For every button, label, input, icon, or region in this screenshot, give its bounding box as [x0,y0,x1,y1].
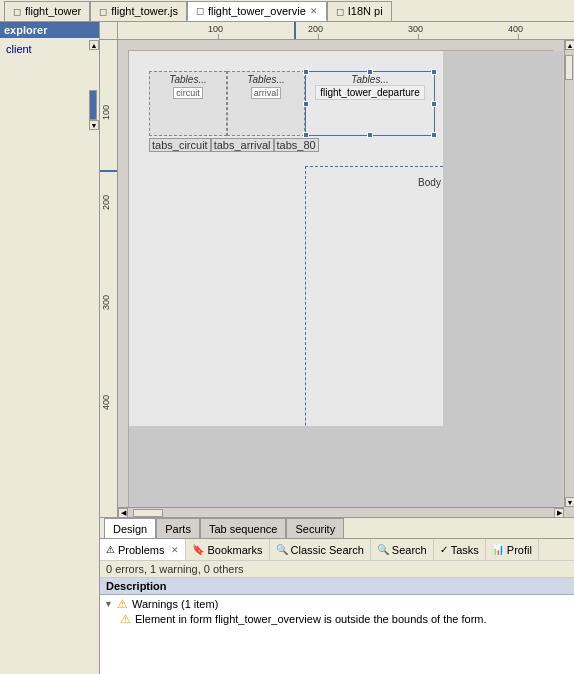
table-label-1: Tables... [169,74,206,85]
table-cell-departure[interactable]: Tables... flight_tower_departure [305,71,435,136]
prob-tab-search[interactable]: 🔍 Search [371,539,434,560]
tab-sequence-label: Tab sequence [209,523,278,535]
table-sub-circuit: circuit [173,87,203,99]
warning-item-text: Element in form flight_tower_overview is… [135,613,487,625]
selection-handle-br[interactable] [431,132,437,138]
tabs-row: tabs_circuit tabs_arrival tabs_80 [149,138,319,152]
file-icon: ◻ [99,6,107,17]
prob-tab-label: Classic Search [291,544,364,556]
tab-label: flight_tower_overvie [208,5,306,17]
scroll-down-arrow[interactable]: ▼ [89,120,99,130]
selection-handle-tr[interactable] [431,69,437,75]
file-icon: ◻ [196,5,204,16]
ruler-mark-300: 300 [408,24,423,34]
problems-status-text: 0 errors, 1 warning, 0 others [106,563,244,575]
prob-tab-problems[interactable]: ⚠ Problems ✕ [100,539,186,560]
prob-tab-tasks[interactable]: ✓ Tasks [434,539,486,560]
table-sub-arrival: arrival [251,87,282,99]
profile-icon: 📊 [492,544,504,555]
canvas-scrollbar-v[interactable]: ▲ ▼ [564,40,574,507]
tab-label: flight_tower [25,5,81,17]
description-label: Description [106,580,167,592]
tab-flight-tower[interactable]: ◻ flight_tower [4,1,90,21]
search-icon: 🔍 [276,544,288,555]
design-canvas[interactable]: Tables... circuit Tables... arrival Tabl… [118,40,574,517]
canvas-scroll-left[interactable]: ◀ [118,508,128,518]
tab-parts-label: Parts [165,523,191,535]
tab-security[interactable]: Security [286,518,344,538]
departure-label: flight_tower_departure [315,85,425,100]
prob-tab-label: Tasks [451,544,479,556]
canvas-scroll-up[interactable]: ▲ [565,40,574,50]
search-icon: 🔍 [377,544,389,555]
problems-description-header: Description [100,578,574,595]
warning-header-text: Warnings (1 item) [132,598,218,610]
canvas-scrollbar-h[interactable]: ◀ ▶ [118,507,564,517]
close-icon[interactable]: ✕ [310,6,318,16]
ruler-horizontal: 100 200 300 400 [100,22,574,40]
tab-parts[interactable]: Parts [156,518,200,538]
prob-tab-label: Profil [507,544,532,556]
tab-tab-sequence[interactable]: Tab sequence [200,518,287,538]
selection-handle-bm[interactable] [367,132,373,138]
prob-tab-bookmarks[interactable]: 🔖 Bookmarks [186,539,269,560]
selection-handle-mr[interactable] [431,101,437,107]
scroll-thumb[interactable] [89,90,97,120]
canvas-scroll-track-v [565,55,574,502]
sidebar-item-client[interactable]: client [4,42,34,56]
warning-item-icon: ⚠ [120,612,131,626]
bookmark-icon: 🔖 [192,544,204,555]
canvas-scroll-down[interactable]: ▼ [565,497,574,507]
canvas-scroll-thumb-v[interactable] [565,55,573,80]
tab-label: flight_tower.js [111,5,178,17]
selection-handle-ml[interactable] [303,101,309,107]
design-tab-strip: Design Parts Tab sequence Security [100,517,574,539]
sidebar-title: explorer [4,24,47,36]
tab-flight-tower-overview[interactable]: ◻ flight_tower_overvie ✕ [187,1,327,21]
tab-design[interactable]: Design [104,518,156,538]
canvas-scroll-right[interactable]: ▶ [554,508,564,518]
prob-tab-label: Problems [118,544,164,556]
main-area: explorer client ▲ ▼ 100 200 300 400 [0,22,574,674]
prob-tab-classic-search[interactable]: 🔍 Classic Search [270,539,371,560]
prob-tab-profile[interactable]: 📊 Profil [486,539,539,560]
selection-handle-tl[interactable] [303,69,309,75]
ruler-mark-400: 400 [508,24,523,34]
ruler-mark-200: 200 [308,24,323,34]
canvas-scroll-thumb-h[interactable] [133,509,163,517]
problems-list[interactable]: ▼ ⚠ Warnings (1 item) ⚠ Element in form … [100,595,574,674]
sidebar: explorer client ▲ ▼ [0,22,100,674]
tab-label: I18N pi [348,5,383,17]
problems-status: 0 errors, 1 warning, 0 others [100,561,574,578]
scroll-up-arrow[interactable]: ▲ [89,40,99,50]
problems-tabbar: ⚠ Problems ✕ 🔖 Bookmarks 🔍 Classic Searc… [100,539,574,561]
ruler-mark-100: 100 [208,24,223,34]
warning-item[interactable]: ⚠ Element in form flight_tower_overview … [104,611,570,627]
sidebar-scrollbar[interactable]: ▲ ▼ [89,40,99,674]
canvas-content: 100 200 300 400 Tables... circuit [100,40,574,517]
tab-80[interactable]: tabs_80 [274,138,319,152]
tab-arrival[interactable]: tabs_arrival [211,138,274,152]
table-cell-arrival[interactable]: Tables... arrival [227,71,305,136]
file-icon: ◻ [336,6,344,17]
editor-tab-bar: ◻ flight_tower ◻ flight_tower.js ◻ fligh… [0,0,574,22]
selection-handle-tm[interactable] [367,69,373,75]
canvas-area: 100 200 300 400 100 200 300 400 [100,22,574,674]
ruler-mark-v-100: 100 [101,105,111,120]
warning-icon: ⚠ [117,597,128,611]
out-of-bounds-area-bottom [129,426,553,517]
close-icon[interactable]: ✕ [171,545,179,555]
problems-panel: ⚠ Problems ✕ 🔖 Bookmarks 🔍 Classic Searc… [100,539,574,674]
prob-tab-label: Search [392,544,427,556]
table-label-3: Tables... [351,74,388,85]
tab-design-label: Design [113,523,147,535]
tab-flight-tower-js[interactable]: ◻ flight_tower.js [90,1,187,21]
tab-i18n[interactable]: ◻ I18N pi [327,1,392,21]
table-cell-circuit[interactable]: Tables... circuit [149,71,227,136]
warning-icon: ⚠ [106,544,115,555]
ruler-vertical: 100 200 300 400 [100,40,118,517]
tasks-icon: ✓ [440,544,448,555]
tab-circuit[interactable]: tabs_circuit [149,138,211,152]
ruler-mark-v-200: 200 [101,195,111,210]
warning-header[interactable]: ▼ ⚠ Warnings (1 item) [104,597,570,611]
